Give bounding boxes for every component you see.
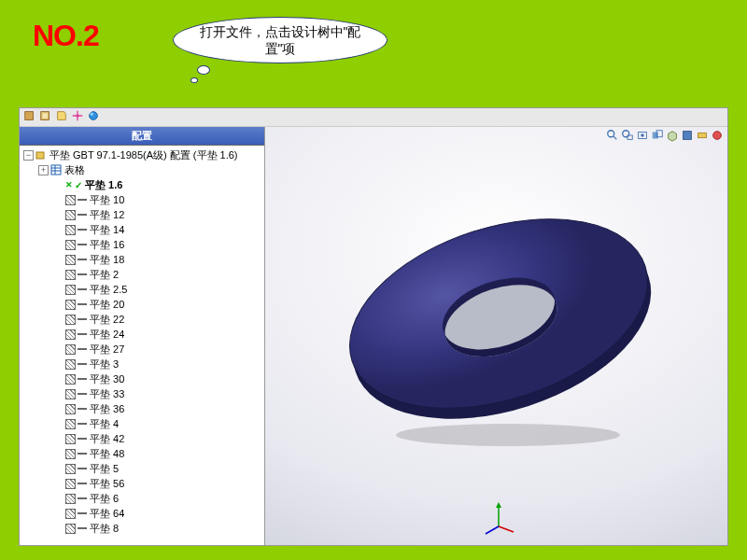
config-item[interactable]: 平垫 18	[20, 252, 264, 267]
dash-icon	[78, 483, 87, 484]
config-icon	[65, 374, 76, 385]
config-item[interactable]: ✕✓平垫 1.6	[20, 177, 264, 192]
display-style-icon[interactable]	[681, 129, 694, 146]
step-number: NO.2	[33, 19, 99, 53]
view-prev-icon[interactable]	[636, 129, 649, 146]
config-item[interactable]: 平垫 22	[20, 312, 264, 327]
tree-table[interactable]: + 表格	[20, 162, 264, 177]
table-icon	[50, 164, 62, 175]
dash-icon	[78, 378, 87, 380]
dash-icon	[78, 333, 87, 335]
config-item[interactable]: 平垫 48	[20, 446, 264, 461]
config-label: 平垫 22	[90, 313, 124, 327]
config-label: 平垫 16	[90, 238, 124, 252]
svg-rect-7	[51, 165, 61, 175]
config-item[interactable]: 平垫 14	[20, 222, 264, 237]
config-item[interactable]: 平垫 8	[20, 521, 264, 536]
tree-root[interactable]: − 平垫 GBT 97.1-1985(A级) 配置 (平垫 1.6)	[20, 147, 264, 162]
config-label: 平垫 2	[90, 268, 119, 282]
config-label: 平垫 33	[90, 387, 124, 401]
config-icon	[65, 449, 76, 459]
root-label: 平垫 GBT 97.1-1985(A级) 配置 (平垫 1.6)	[49, 148, 238, 162]
config-item[interactable]: 平垫 30	[20, 371, 264, 386]
config-item[interactable]: 平垫 20	[20, 297, 264, 312]
config-item[interactable]: 平垫 10	[20, 192, 264, 207]
svg-point-5	[91, 112, 94, 116]
dash-icon	[78, 512, 87, 514]
config-label: 平垫 6	[90, 492, 119, 506]
washer-3d-model[interactable]	[321, 174, 676, 454]
zoom-fit-icon[interactable]	[606, 129, 619, 146]
svg-marker-28	[496, 502, 501, 508]
config-label: 平垫 36	[90, 402, 124, 416]
svg-rect-17	[653, 133, 658, 139]
dash-icon	[78, 318, 87, 320]
part-icon	[35, 149, 47, 161]
config-icon	[65, 479, 76, 489]
dash-icon	[78, 393, 87, 395]
dash-icon	[78, 527, 87, 529]
dash-icon	[78, 363, 87, 365]
config-item[interactable]: 平垫 27	[20, 342, 264, 357]
config-icon	[65, 300, 76, 310]
config-icon	[65, 524, 76, 534]
dash-icon	[78, 408, 87, 410]
appearance-icon[interactable]	[711, 129, 724, 146]
config-item[interactable]: 平垫 56	[20, 476, 264, 491]
sidebar-title: 配置	[20, 127, 264, 146]
collapse-icon[interactable]: −	[23, 150, 34, 161]
tool-icon-4[interactable]	[71, 109, 84, 126]
config-item[interactable]: 平垫 64	[20, 506, 264, 521]
zoom-area-icon[interactable]	[621, 129, 634, 146]
config-item[interactable]: 平垫 16	[20, 237, 264, 252]
tool-icon-2[interactable]	[39, 109, 52, 126]
instruction-text: 打开文件，点击设计树中"配置"项	[190, 23, 370, 57]
dash-icon	[78, 259, 87, 260]
config-label: 平垫 18	[90, 253, 124, 267]
config-label: 平垫 48	[90, 447, 124, 461]
hide-show-icon[interactable]	[696, 129, 709, 146]
sidebar-toolbar	[20, 108, 727, 127]
config-icon	[65, 285, 76, 295]
config-item[interactable]: 平垫 2	[20, 267, 264, 282]
config-item[interactable]: 平垫 2.5	[20, 282, 264, 297]
config-icon	[65, 434, 76, 444]
config-label: 平垫 64	[90, 507, 124, 521]
config-item[interactable]: 平垫 4	[20, 416, 264, 431]
tool-icon-1[interactable]	[23, 109, 36, 126]
config-icon	[65, 255, 76, 265]
config-label: 平垫 2.5	[90, 283, 127, 297]
config-item[interactable]: 平垫 3	[20, 357, 264, 371]
svg-point-21	[713, 132, 722, 140]
config-item[interactable]: 平垫 5	[20, 461, 264, 476]
expand-icon[interactable]: +	[38, 165, 49, 175]
svg-point-26	[396, 424, 620, 446]
config-item[interactable]: 平垫 36	[20, 401, 264, 416]
config-label: 平垫 12	[90, 208, 124, 222]
view-orient-icon[interactable]	[666, 129, 679, 146]
section-icon[interactable]	[651, 129, 664, 146]
config-icon	[65, 404, 76, 414]
config-icon	[65, 225, 76, 235]
config-label: 平垫 56	[90, 477, 124, 491]
config-label: 平垫 3	[90, 357, 119, 371]
solidworks-window: 配置 − 平垫 GBT 97.1-1985(A级) 配置 (平垫 1.6) + …	[19, 107, 728, 546]
svg-rect-2	[43, 113, 48, 118]
tool-icon-3[interactable]	[55, 109, 68, 126]
config-icon	[65, 359, 76, 370]
config-label: 平垫 10	[90, 193, 124, 207]
config-item[interactable]: 平垫 42	[20, 431, 264, 446]
svg-point-4	[90, 111, 98, 119]
tool-icon-5[interactable]	[87, 109, 100, 126]
config-icon	[65, 494, 76, 504]
config-item[interactable]: 平垫 33	[20, 386, 264, 401]
svg-point-11	[608, 131, 614, 137]
coordinate-triad	[480, 498, 517, 536]
config-item[interactable]: 平垫 24	[20, 327, 264, 342]
dash-icon	[78, 214, 87, 216]
config-item[interactable]: 平垫 6	[20, 491, 264, 506]
active-mark-icon: ✕	[65, 180, 73, 189]
config-item[interactable]: 平垫 12	[20, 207, 264, 222]
3d-viewport[interactable]	[265, 127, 727, 545]
view-toolbar	[606, 129, 724, 146]
